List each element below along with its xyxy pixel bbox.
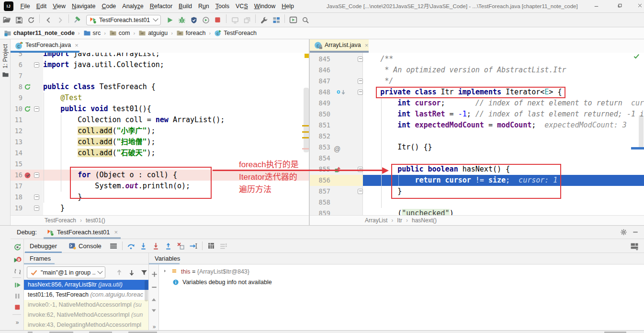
restore-layout-icon[interactable] <box>628 240 640 252</box>
code-line[interactable]: 845 /** <box>310 54 644 65</box>
code-line[interactable]: 853 @ Itr() {} <box>310 142 644 153</box>
back-icon[interactable] <box>42 14 54 26</box>
fold-marker[interactable] <box>33 181 43 192</box>
expand-chevron-icon[interactable] <box>163 269 169 275</box>
fold-marker[interactable] <box>357 131 363 142</box>
evaluate-expression-icon[interactable] <box>205 240 217 252</box>
code-line[interactable]: 9 @Test <box>11 92 309 103</box>
code-line[interactable]: 8 public class TestForeach { <box>11 81 309 92</box>
fold-marker[interactable] <box>33 70 43 81</box>
fold-marker[interactable] <box>357 109 363 120</box>
execup-icon[interactable] <box>334 166 341 173</box>
close-tab-icon[interactable]: × <box>365 42 369 49</box>
menu-item[interactable]: File <box>17 0 33 12</box>
fold-marker[interactable] <box>33 159 43 170</box>
fold-marker[interactable] <box>33 192 43 203</box>
fold-marker[interactable] <box>357 153 363 164</box>
code-line[interactable]: 19 } <box>11 203 309 214</box>
tab-console[interactable]: Console <box>63 239 107 253</box>
pause-program-icon[interactable] <box>11 290 23 302</box>
frame-up-icon[interactable] <box>113 267 125 278</box>
menu-item[interactable]: Refactor <box>147 0 175 12</box>
stack-gray-icon[interactable] <box>241 14 253 26</box>
runmark-icon[interactable] <box>24 83 31 91</box>
code-line[interactable]: 857 } <box>310 186 644 197</box>
code-line[interactable]: 16 for (Object o : coll) { <box>11 170 309 181</box>
fold-marker[interactable] <box>33 137 43 148</box>
variables-panel-header[interactable]: Variables <box>148 253 644 264</box>
stop-icon[interactable] <box>11 301 23 313</box>
step-into-icon[interactable] <box>137 240 150 252</box>
fold-marker[interactable] <box>357 98 363 109</box>
hammer-icon[interactable] <box>71 14 83 26</box>
settings-gear-icon[interactable] <box>620 229 627 236</box>
fold-marker[interactable] <box>357 54 363 65</box>
bug-icon[interactable] <box>176 14 188 26</box>
code-line[interactable]: 846 * An optimized version of AbstractLi… <box>310 65 644 76</box>
fold-marker[interactable] <box>33 170 43 181</box>
code-line[interactable]: 13 coll.add("扫地僧"); <box>11 137 309 148</box>
stack-frame-row[interactable]: test01:16, TestForeach (com.atguigu.fore… <box>24 290 148 300</box>
code-line[interactable]: 7 <box>11 70 309 81</box>
menu-item[interactable]: Tools <box>212 0 232 12</box>
step-over-icon[interactable] <box>125 240 137 252</box>
force-step-into-icon[interactable] <box>150 240 162 252</box>
maximize-button[interactable] <box>612 0 629 12</box>
bpcheck-icon[interactable] <box>24 172 32 179</box>
code-line[interactable]: 852 <box>310 131 644 142</box>
profiler-icon[interactable] <box>200 14 212 26</box>
fold-marker[interactable] <box>33 103 43 115</box>
fold-marker[interactable] <box>357 197 363 208</box>
fold-marker[interactable] <box>357 186 363 197</box>
menu-item[interactable]: Navigate <box>69 0 99 12</box>
code-line[interactable]: 848 private class Itr implements Iterato… <box>310 87 644 98</box>
code-line[interactable]: 14 coll.add("石破天"); <box>11 148 309 159</box>
menu-item[interactable]: Build <box>176 0 195 12</box>
more-actions-icon[interactable]: » <box>11 317 23 328</box>
breadcrumb-item[interactable]: chapter11_note_code <box>4 29 75 37</box>
menu-item[interactable]: Help <box>279 0 297 12</box>
close-button[interactable] <box>633 0 644 12</box>
run-icon[interactable] <box>164 14 176 26</box>
resume-program-icon[interactable]: 9 <box>11 254 23 265</box>
code-line[interactable]: 855 public boolean hasNext() { <box>310 164 644 175</box>
menu-item[interactable]: Window <box>251 0 278 12</box>
scrollbar-thumb[interactable] <box>639 115 644 149</box>
breadcrumb-item[interactable]: com <box>109 29 130 37</box>
code-line[interactable]: 12 coll.add("小李广"); <box>11 126 309 137</box>
code-line[interactable]: 856 return cursor != size; cursor: 1 <box>310 175 644 186</box>
breadcrumb-item[interactable]: foreach <box>176 29 206 37</box>
fold-marker[interactable] <box>357 120 363 131</box>
tool-window-button-project[interactable]: 1: Project <box>0 44 11 78</box>
code-line[interactable]: 6 import java.util.Collection; <box>11 59 309 70</box>
fold-marker[interactable] <box>357 76 363 87</box>
debug-session-tab[interactable]: TestForeach.test01 × <box>44 226 121 239</box>
fold-marker[interactable] <box>357 65 363 76</box>
open-icon[interactable] <box>1 14 13 26</box>
fold-marker[interactable] <box>357 87 363 98</box>
code-line[interactable]: 10 public void test01(){ <box>11 103 309 115</box>
runmark-icon[interactable] <box>24 105 31 113</box>
breadcrumb-item[interactable]: src <box>83 29 101 37</box>
show-execution-point-icon[interactable] <box>11 279 23 290</box>
code-line[interactable]: 17 System.out.println(o); <box>11 181 309 192</box>
code-line[interactable]: 15 <box>11 159 309 170</box>
coverage-icon[interactable] <box>188 14 200 26</box>
fold-marker[interactable] <box>357 164 363 175</box>
tab-arraylist-java[interactable]: c ArrayList.java × <box>310 39 369 51</box>
fwd-icon[interactable] <box>54 14 66 26</box>
scrollbar-thumb[interactable] <box>304 88 309 152</box>
code-line[interactable]: 858 <box>310 197 644 208</box>
fold-marker[interactable] <box>33 126 43 137</box>
breadcrumb-element[interactable]: TestForeach <box>45 217 76 224</box>
menu-item[interactable]: View <box>50 0 69 12</box>
breadcrumb-element[interactable]: test01() <box>86 217 105 224</box>
breadcrumb-element[interactable]: ArrayList <box>365 217 387 224</box>
inspections-ok-icon[interactable] <box>633 53 640 60</box>
menu-item[interactable]: Edit <box>33 0 50 12</box>
stop-icon[interactable] <box>212 14 224 26</box>
fold-marker[interactable] <box>33 148 43 159</box>
variable-row-this[interactable]: this = {ArrayList$Itr@843} <box>163 266 644 277</box>
stack-frame-row[interactable]: invoke:43, DelegatingMethodAccessorImpl <box>24 320 148 330</box>
rerun-icon[interactable] <box>11 241 23 253</box>
